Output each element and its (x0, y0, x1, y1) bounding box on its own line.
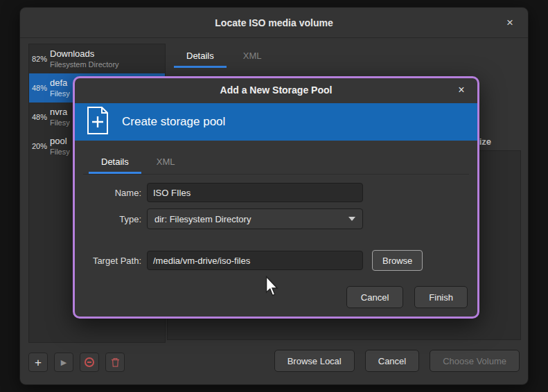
pool-toolbar: + ▶ (28, 353, 125, 372)
pool-usage-percent: 48% (29, 84, 50, 92)
dialog-buttons: Cancel Finish (346, 286, 468, 308)
pool-list-item-downloads[interactable]: 82% Downloads Filesystem Directory (29, 44, 165, 73)
browse-local-button[interactable]: Browse Local (274, 350, 355, 372)
dialog-title: Add a New Storage Pool (75, 78, 477, 102)
name-field-row: Name: (78, 182, 468, 203)
pool-name: nvra (50, 107, 70, 118)
dialog-finish-button[interactable]: Finish (414, 286, 468, 308)
dialog-tabs: Details XML (83, 152, 469, 175)
banner-title: Create storage pool (122, 115, 225, 129)
start-pool-button[interactable]: ▶ (54, 353, 73, 372)
pool-texts: defa Filesy (50, 78, 70, 98)
choose-volume-button[interactable]: Choose Volume (430, 350, 520, 372)
pool-usage-percent: 20% (29, 142, 50, 150)
pool-name: pool (50, 136, 70, 147)
tab-xml[interactable]: XML (231, 46, 274, 68)
type-dropdown[interactable]: dir: Filesystem Directory (147, 208, 363, 229)
pool-type: Filesystem Directory (50, 60, 119, 69)
add-icon: + (35, 357, 42, 368)
dialog-action-area: Browse Local Cancel Choose Volume (274, 350, 520, 372)
delete-pool-button[interactable] (105, 353, 125, 372)
pool-texts: Downloads Filesystem Directory (50, 48, 119, 69)
trash-icon (111, 357, 120, 367)
cancel-button[interactable]: Cancel (365, 350, 419, 372)
tab-details[interactable]: Details (174, 46, 227, 68)
screen: Locate ISO media volume × 82% Downloads … (0, 0, 548, 392)
play-icon: ▶ (61, 359, 67, 366)
window-close-button[interactable]: × (502, 15, 518, 31)
pool-name: Downloads (50, 48, 119, 60)
pool-usage-percent: 82% (29, 55, 50, 63)
target-path-input[interactable] (147, 251, 363, 270)
add-pool-button[interactable]: + (28, 353, 48, 372)
pool-type: Filesy (50, 118, 70, 127)
type-field-row: Type: dir: Filesystem Directory (78, 208, 468, 229)
pool-type: Filesy (50, 89, 70, 98)
window-titlebar: Locate ISO media volume × (20, 8, 528, 38)
create-pool-banner: Create storage pool (75, 103, 477, 141)
chevron-down-icon (348, 217, 355, 221)
stop-icon (85, 357, 94, 367)
pool-type: Filesy (50, 147, 70, 157)
dialog-tab-xml[interactable]: XML (144, 152, 188, 174)
dialog-titlebar: Add a New Storage Pool × (75, 78, 477, 102)
type-dropdown-value: dir: Filesystem Directory (154, 214, 251, 224)
stop-pool-button[interactable] (80, 353, 99, 372)
name-input[interactable] (147, 183, 363, 202)
pool-texts: pool Filesy (50, 136, 70, 157)
pool-name: defa (50, 78, 70, 89)
browse-button[interactable]: Browse (372, 250, 423, 271)
add-storage-pool-dialog: Add a New Storage Pool × Create storage … (73, 76, 479, 319)
new-document-plus-icon (86, 107, 109, 137)
target-path-label: Target Path: (78, 256, 147, 266)
pool-usage-percent: 48% (29, 113, 50, 121)
dialog-tab-details[interactable]: Details (89, 152, 141, 174)
type-label: Type: (78, 214, 147, 224)
name-label: Name: (78, 188, 147, 198)
dialog-cancel-button[interactable]: Cancel (346, 286, 403, 308)
volume-panel-tabs: Details XML (174, 46, 274, 68)
target-path-field-row: Target Path: Browse (78, 250, 468, 271)
window-title: Locate ISO media volume (20, 8, 528, 38)
dialog-close-button[interactable]: × (454, 82, 469, 98)
pool-texts: nvra Filesy (50, 107, 70, 127)
